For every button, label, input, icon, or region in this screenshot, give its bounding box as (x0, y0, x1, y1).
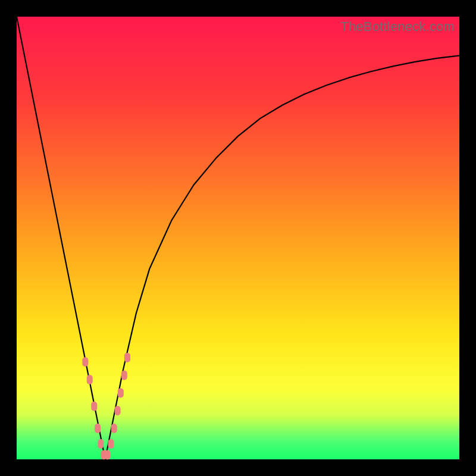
plot-area: TheBottleneck.com (17, 17, 459, 459)
marker-point (98, 439, 104, 449)
marker-point (111, 424, 117, 433)
marker-point (121, 371, 127, 380)
curve-layer (17, 17, 459, 459)
marker-point (124, 353, 130, 362)
marker-point (115, 406, 121, 415)
marker-point (91, 402, 97, 411)
marker-point (95, 424, 101, 433)
marker-point (87, 375, 93, 384)
marker-point (82, 357, 88, 367)
marker-point (105, 450, 111, 460)
marker-point (118, 388, 124, 397)
bottleneck-curve (17, 17, 459, 459)
chart-frame: TheBottleneck.com (0, 0, 476, 476)
marker-point (108, 439, 114, 449)
